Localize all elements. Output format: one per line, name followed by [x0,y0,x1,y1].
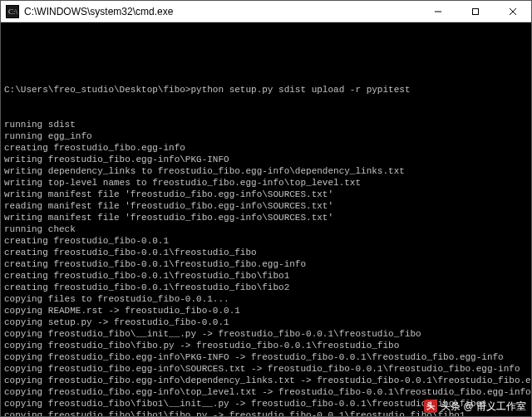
cmd-window: C:\ C:\WINDOWS\system32\cmd.exe C:\Users… [0,0,532,417]
output-line: writing manifest file 'freostudio_fibo.e… [4,189,528,200]
output-line: writing manifest file 'freostudio_fibo.e… [4,212,528,223]
watermark-icon: 头 [424,400,437,413]
titlebar[interactable]: C:\ C:\WINDOWS\system32\cmd.exe [1,1,531,22]
svg-text:C:\: C:\ [8,7,18,16]
output-line: copying freostudio_fibo.egg-info\SOURCES… [4,363,528,375]
output-line: creating freostudio_fibo-0.0.1\freostudi… [4,270,528,282]
watermark: 头 头条 @ 甫义工作室 [424,400,526,413]
output-line: creating freostudio_fibo-0.0.1\freostudi… [4,247,528,258]
output-line: creating freostudio_fibo-0.0.1\freostudi… [4,282,528,293]
output-line: writing dependency_links to freostudio_f… [4,165,528,177]
output-line: creating freostudio_fibo-0.0.1\freostudi… [4,258,528,270]
output-line: copying freostudio_fibo.egg-info\top_lev… [4,386,528,398]
output-line: copying files to freostudio_fibo-0.0.1..… [4,293,528,305]
close-button[interactable] [494,1,531,22]
output-line: writing top-level names to freostudio_fi… [4,177,528,189]
output-line: running egg_info [4,130,528,142]
prompt-line-1: C:\Users\freo_studio\Desktop\fibo>python… [4,84,528,96]
output-line: copying setup.py -> freostudio_fibo-0.0.… [4,316,528,328]
svg-rect-4 [472,8,478,14]
window-controls [419,1,531,22]
output-line: copying freostudio_fibo.egg-info\PKG-INF… [4,351,528,363]
minimize-button[interactable] [419,1,456,22]
output-line: creating freostudio_fibo-0.0.1 [4,235,528,247]
output-line: copying freostudio_fibo\__init__.py -> f… [4,328,528,340]
output-line: writing freostudio_fibo.egg-info\PKG-INF… [4,154,528,165]
output-line: creating freostudio_fibo.egg-info [4,142,528,154]
output-lines: running sdistrunning egg_infocreating fr… [4,119,528,416]
output-line: copying freostudio_fibo\fibo.py -> freos… [4,340,528,351]
prompt-1: C:\Users\freo_studio\Desktop\fibo> [4,85,190,95]
blank-line [4,49,528,61]
output-line: reading manifest file 'freostudio_fibo.e… [4,200,528,212]
terminal-area[interactable]: C:\Users\freo_studio\Desktop\fibo>python… [1,22,531,416]
output-line: copying freostudio_fibo.egg-info\depende… [4,375,528,386]
output-line: running sdist [4,119,528,130]
output-line: running check [4,223,528,235]
output-line: copying README.rst -> freostudio_fibo-0.… [4,305,528,316]
watermark-text: 头条 @ 甫义工作室 [441,400,526,412]
cmd-icon: C:\ [6,5,19,18]
window-title: C:\WINDOWS\system32\cmd.exe [24,6,419,17]
command-1: python setup.py sdist upload -r pypitest [190,85,410,95]
maximize-button[interactable] [456,1,494,22]
